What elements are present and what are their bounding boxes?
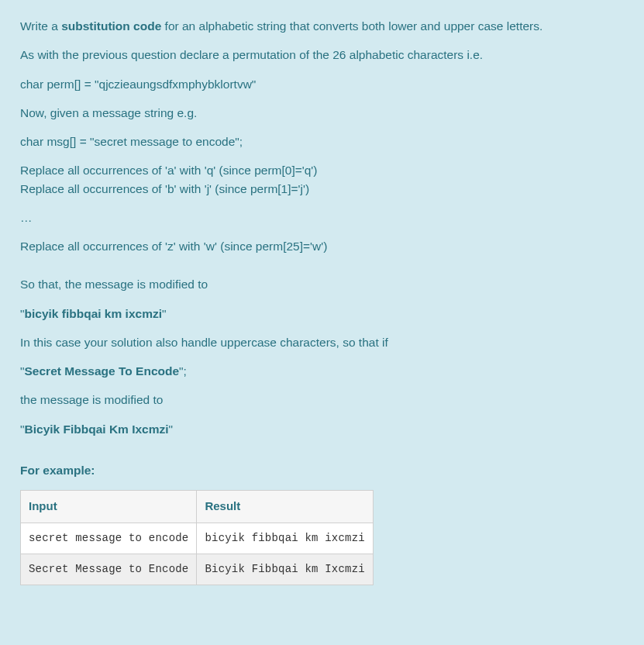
paragraph-result: "bicyik fibbqai km ixcmzi" (20, 305, 624, 322)
paragraph: Now, given a message string e.g. (20, 104, 624, 122)
bold-text: Bicyik Fibbqai Km Ixcmzi (25, 423, 169, 436)
text: "; (179, 364, 187, 378)
bold-text: substitution code (61, 19, 161, 33)
paragraph: In this case your solution also handle u… (20, 333, 624, 351)
text: Write a (20, 19, 61, 33)
paragraph: As with the previous question declare a … (20, 46, 624, 64)
code-line: char msg[] = "secret message to encode"; (20, 133, 624, 150)
ellipsis: … (20, 209, 624, 226)
paragraph: Replace all occurrences of 'z' with 'w' … (20, 237, 624, 255)
code-line: char perm[] = "qjczieaungsdfxmphybklortv… (20, 75, 624, 93)
table-cell-result: bicyik fibbqai km ixcmzi (197, 523, 373, 554)
text: for an alphabetic string that converts b… (161, 19, 542, 33)
example-table: Input Result secret message to encode bi… (20, 490, 374, 585)
text: " (169, 423, 174, 436)
table-header-input: Input (21, 491, 197, 523)
paragraph: So that, the message is modified to (20, 275, 624, 293)
table-cell-input: secret message to encode (21, 523, 197, 554)
table-header-result: Result (197, 491, 373, 523)
paragraph-uppercase-example: "Secret Message To Encode"; (20, 362, 624, 380)
for-example-heading: For example: (20, 461, 624, 479)
table-cell-result: Bicyik Fibbqai km Ixcmzi (197, 554, 373, 585)
paragraph: the message is modified to (20, 391, 624, 409)
paragraph-intro: Write a substitution code for an alphabe… (20, 17, 624, 35)
paragraph-replace: Replace all occurrences of 'a' with 'q' … (20, 161, 624, 198)
table-row: secret message to encode bicyik fibbqai … (21, 523, 374, 554)
bold-text: Secret Message To Encode (25, 364, 180, 378)
table-cell-input: Secret Message to Encode (21, 554, 197, 585)
table-row: Secret Message to Encode Bicyik Fibbqai … (21, 554, 374, 585)
bold-text: bicyik fibbqai km ixcmzi (25, 307, 162, 320)
paragraph-uppercase-result: "Bicyik Fibbqai Km Ixcmzi" (20, 420, 624, 438)
table-header-row: Input Result (21, 491, 374, 523)
text: " (162, 307, 167, 320)
text: Replace all occurrences of 'a' with 'q' … (20, 164, 317, 177)
text: Replace all occurrences of 'b' with 'j' … (20, 182, 309, 195)
